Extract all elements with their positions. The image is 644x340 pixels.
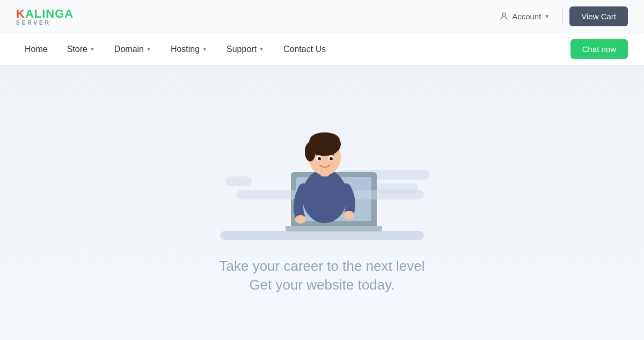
bg-decoration-5 bbox=[354, 190, 424, 199]
nav-items: Home Store ▼ Domain ▼ Hosting ▼ Support … bbox=[16, 39, 334, 60]
top-bar-divider bbox=[562, 9, 563, 25]
nav-item-store[interactable]: Store ▼ bbox=[58, 39, 104, 60]
hero-section: ✦ bbox=[0, 65, 644, 339]
account-button[interactable]: Account ▼ bbox=[493, 8, 556, 26]
domain-chevron-icon: ▼ bbox=[146, 46, 151, 52]
svg-point-0 bbox=[502, 13, 506, 16]
logo[interactable]: KALINGA SERVER bbox=[16, 7, 74, 26]
logo-alinga: ALINGA bbox=[25, 7, 74, 20]
store-chevron-icon: ▼ bbox=[90, 46, 95, 52]
illustration: ✦ bbox=[204, 111, 440, 245]
svg-point-11 bbox=[330, 157, 333, 160]
hero-subtitle: Get your website today. bbox=[219, 277, 425, 293]
nav-item-support[interactable]: Support ▼ bbox=[218, 39, 273, 60]
nav-store-label: Store bbox=[67, 45, 87, 54]
person-illustration bbox=[290, 119, 360, 226]
nav-support-label: Support bbox=[226, 45, 257, 54]
nav-item-hosting[interactable]: Hosting ▼ bbox=[162, 39, 216, 60]
top-bar: KALINGA SERVER Account ▼ View Cart bbox=[0, 0, 644, 33]
account-label: Account bbox=[512, 12, 541, 21]
nav-item-domain[interactable]: Domain ▼ bbox=[106, 39, 160, 60]
chat-now-button[interactable]: Chat now bbox=[570, 39, 628, 59]
nav-hosting-label: Hosting bbox=[171, 45, 200, 54]
logo-text: KALINGA bbox=[16, 7, 74, 21]
svg-point-13 bbox=[343, 211, 354, 219]
svg-point-10 bbox=[318, 157, 321, 160]
view-cart-button[interactable]: View Cart bbox=[569, 6, 628, 26]
nav-home-label: Home bbox=[25, 45, 48, 54]
support-chevron-icon: ▼ bbox=[259, 46, 264, 52]
bg-decoration-3 bbox=[225, 176, 252, 186]
nav-contact-label: Contact Us bbox=[283, 45, 326, 54]
nav-bar: Home Store ▼ Domain ▼ Hosting ▼ Support … bbox=[0, 33, 644, 65]
hosting-chevron-icon: ▼ bbox=[202, 46, 207, 52]
user-icon bbox=[499, 12, 509, 21]
nav-item-contact[interactable]: Contact Us bbox=[275, 39, 334, 60]
nav-item-home[interactable]: Home bbox=[16, 39, 56, 60]
logo-sub: SERVER bbox=[16, 20, 51, 26]
svg-point-1 bbox=[302, 169, 347, 223]
nav-domain-label: Domain bbox=[114, 45, 144, 54]
top-bar-right: Account ▼ View Cart bbox=[493, 6, 628, 26]
account-chevron-icon: ▼ bbox=[544, 13, 550, 19]
logo-k: K bbox=[16, 7, 25, 20]
svg-point-7 bbox=[320, 134, 335, 144]
hero-title: Take your career to the next level bbox=[219, 256, 425, 277]
svg-point-12 bbox=[295, 215, 306, 224]
desk-surface bbox=[220, 231, 424, 240]
hero-text: Take your career to the next level Get y… bbox=[219, 256, 425, 293]
